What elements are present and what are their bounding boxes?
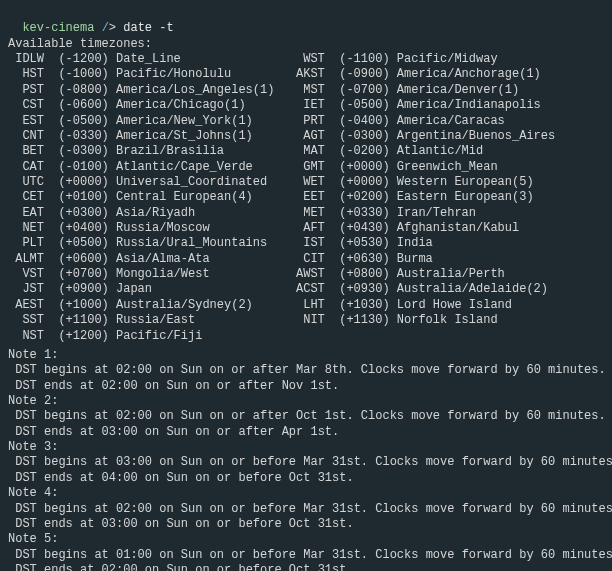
tz-name: Australia/Sydney(2) <box>116 298 296 313</box>
tz-offset: (+0600) <box>58 252 108 267</box>
tz-offset: (-1200) <box>58 52 108 67</box>
timezone-row: NST (+1200) Pacific/Fiji <box>8 329 604 344</box>
timezone-entry-left: PLT (+0500) Russia/Ural_Mountains <box>8 236 296 250</box>
tz-abbr: CET <box>15 190 44 205</box>
tz-abbr: CST <box>15 98 44 113</box>
tz-abbr: PST <box>15 83 44 98</box>
timezone-row: PST (-0800) America/Los_Angeles(1)MST (-… <box>8 83 604 98</box>
timezone-entry-left: UTC (+0000) Universal_Coordinated <box>8 175 296 189</box>
tz-offset: (-0400) <box>339 114 389 129</box>
prompt-line[interactable]: kev-cinema /> date -t <box>8 6 604 37</box>
tz-name: Australia/Adelaide(2) <box>397 282 548 297</box>
timezone-entry-right: MST (-0700) America/Denver(1) <box>296 83 519 97</box>
timezone-entry-left: EAT (+0300) Asia/Riyadh <box>8 206 296 220</box>
tz-abbr: VST <box>15 267 44 282</box>
timezone-entry-right: EET (+0200) Eastern European(3) <box>296 190 534 204</box>
timezone-row: HST (-1000) Pacific/HonoluluAKST (-0900)… <box>8 67 604 82</box>
tz-abbr: SST <box>15 313 44 328</box>
tz-abbr: WET <box>296 175 325 190</box>
tz-name: India <box>397 236 433 251</box>
prompt-symbol: > <box>109 21 116 35</box>
note-label: Note 3: <box>8 440 604 455</box>
tz-offset: (-1000) <box>58 67 108 82</box>
tz-offset: (+0400) <box>58 221 108 236</box>
tz-offset: (+0900) <box>58 282 108 297</box>
tz-name: Brazil/Brasilia <box>116 144 296 159</box>
dst-notes: Note 1:DST begins at 02:00 on Sun on or … <box>8 348 604 571</box>
tz-name: Russia/East <box>116 313 296 328</box>
timezone-entry-right: AWST (+0800) Australia/Perth <box>296 267 505 281</box>
tz-abbr: WST <box>296 52 325 67</box>
tz-offset: (+0700) <box>58 267 108 282</box>
timezone-entry-right: IST (+0530) India <box>296 236 433 250</box>
note-line: DST ends at 02:00 on Sun on or after Nov… <box>15 379 604 394</box>
tz-name: Universal_Coordinated <box>116 175 296 190</box>
tz-name: Burma <box>397 252 433 267</box>
tz-offset: (+0000) <box>58 175 108 190</box>
timezone-entry-left: JST (+0900) Japan <box>8 282 296 296</box>
timezone-entry-right: LHT (+1030) Lord Howe Island <box>296 298 512 312</box>
tz-offset: (-0800) <box>58 83 108 98</box>
tz-abbr: MAT <box>296 144 325 159</box>
tz-name: Asia/Alma-Ata <box>116 252 296 267</box>
timezone-row: EST (-0500) America/New_York(1)PRT (-040… <box>8 114 604 129</box>
tz-abbr: IDLW <box>15 52 44 67</box>
tz-abbr: LHT <box>296 298 325 313</box>
tz-offset: (+0930) <box>339 282 389 297</box>
timezone-row: CST (-0600) America/Chicago(1)IET (-0500… <box>8 98 604 113</box>
tz-name: Atlantic/Mid <box>397 144 483 159</box>
tz-abbr: PLT <box>15 236 44 251</box>
timezone-entry-right: MET (+0330) Iran/Tehran <box>296 206 476 220</box>
tz-offset: (+1100) <box>58 313 108 328</box>
tz-offset: (+1200) <box>58 329 108 344</box>
prompt-host: kev-cinema <box>22 21 94 35</box>
tz-name: Greenwich_Mean <box>397 160 498 175</box>
timezone-entry-right: AGT (-0300) Argentina/Buenos_Aires <box>296 129 555 143</box>
note-line: DST ends at 04:00 on Sun on or before Oc… <box>15 471 604 486</box>
tz-name: Norfolk Island <box>397 313 498 328</box>
note-line: DST ends at 03:00 on Sun on or before Oc… <box>15 517 604 532</box>
tz-abbr: BET <box>15 144 44 159</box>
note-label: Note 5: <box>8 532 604 547</box>
tz-offset: (-0600) <box>58 98 108 113</box>
tz-name: Eastern European(3) <box>397 190 534 205</box>
timezone-row: VST (+0700) Mongolia/WestAWST (+0800) Au… <box>8 267 604 282</box>
tz-abbr: ALMT <box>15 252 44 267</box>
timezone-row: BET (-0300) Brazil/BrasiliaMAT (-0200) A… <box>8 144 604 159</box>
timezone-entry-left: SST (+1100) Russia/East <box>8 313 296 327</box>
tz-offset: (+0000) <box>339 175 389 190</box>
timezone-entry-left: PST (-0800) America/Los_Angeles(1) <box>8 83 296 97</box>
command-input[interactable]: date -t <box>123 21 173 35</box>
tz-name: Russia/Ural_Mountains <box>116 236 296 251</box>
tz-offset: (-0330) <box>58 129 108 144</box>
tz-name: Atlantic/Cape_Verde <box>116 160 296 175</box>
tz-abbr: MET <box>296 206 325 221</box>
note-line: DST begins at 02:00 on Sun on or before … <box>15 502 604 517</box>
timezone-entry-left: AEST (+1000) Australia/Sydney(2) <box>8 298 296 312</box>
tz-abbr: IET <box>296 98 325 113</box>
tz-name: Central European(4) <box>116 190 296 205</box>
tz-name: Argentina/Buenos_Aires <box>397 129 555 144</box>
note-label: Note 4: <box>8 486 604 501</box>
tz-name: Asia/Riyadh <box>116 206 296 221</box>
timezone-entry-left: NET (+0400) Russia/Moscow <box>8 221 296 235</box>
tz-name: Japan <box>116 282 296 297</box>
note-label: Note 2: <box>8 394 604 409</box>
tz-offset: (-1100) <box>339 52 389 67</box>
timezone-entry-right: MAT (-0200) Atlantic/Mid <box>296 144 483 158</box>
timezone-row: CAT (-0100) Atlantic/Cape_VerdeGMT (+000… <box>8 160 604 175</box>
tz-offset: (+0500) <box>58 236 108 251</box>
tz-offset: (+0300) <box>58 206 108 221</box>
timezone-row: IDLW (-1200) Date_LineWST (-1100) Pacifi… <box>8 52 604 67</box>
tz-name: America/St_Johns(1) <box>116 129 296 144</box>
timezone-entry-right: NIT (+1130) Norfolk Island <box>296 313 498 327</box>
timezone-row: ALMT (+0600) Asia/Alma-AtaCIT (+0630) Bu… <box>8 252 604 267</box>
timezone-row: EAT (+0300) Asia/RiyadhMET (+0330) Iran/… <box>8 206 604 221</box>
tz-name: Date_Line <box>116 52 296 67</box>
timezone-entry-left: CAT (-0100) Atlantic/Cape_Verde <box>8 160 296 174</box>
tz-abbr: PRT <box>296 114 325 129</box>
timezone-entry-left: CST (-0600) America/Chicago(1) <box>8 98 296 112</box>
tz-offset: (+1030) <box>339 298 389 313</box>
note-line: DST begins at 02:00 on Sun on or after M… <box>15 363 604 378</box>
tz-name: America/Los_Angeles(1) <box>116 83 296 98</box>
